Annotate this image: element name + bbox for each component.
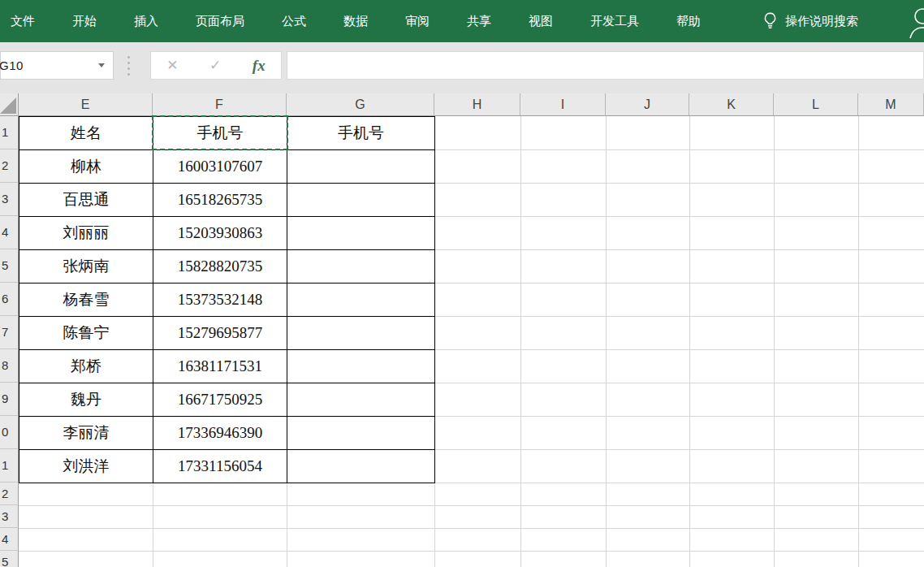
cell-G9[interactable] [287,383,435,417]
tab-view[interactable]: 视图 [529,14,553,29]
cell-E11[interactable]: 刘洪洋 [19,450,153,483]
tell-me-search-label: 操作说明搜索 [785,14,858,29]
cell-E5[interactable]: 张炳南 [19,250,153,284]
tab-page-layout[interactable]: 页面布局 [196,14,244,29]
formula-bar-resize-handle[interactable] [127,56,130,79]
row-header-6[interactable]: 6 [0,283,19,316]
cell-F10[interactable]: 17336946390 [153,417,287,450]
cell-E4[interactable]: 刘丽丽 [19,217,153,250]
column-header-J[interactable]: J [606,93,689,116]
tab-formulas[interactable]: 公式 [282,14,306,29]
ribbon-tab-bar: 文件 开始 插入 页面布局 公式 数据 审阅 共享 视图 开发工具 帮助 操作说… [0,0,924,42]
formula-buttons: ✕ ✓ fx [150,51,282,80]
cell-E8[interactable]: 郑桥 [19,350,153,383]
cell-G2[interactable] [287,150,435,184]
cell-F8[interactable]: 16381171531 [153,350,287,383]
gridline [606,116,607,567]
cell-F7[interactable]: 15279695877 [153,317,287,350]
row-header-5[interactable]: 5 [0,249,19,283]
cell-E1[interactable]: 姓名 [19,117,153,150]
cell-G4[interactable] [287,217,435,250]
gridline [858,116,859,567]
row-header-4[interactable]: 4 [0,216,19,249]
gridline [520,116,521,567]
sheet-top-band [0,80,924,93]
tab-data[interactable]: 数据 [343,14,368,29]
row-header-10[interactable]: 0 [0,416,19,449]
cell-E3[interactable]: 百思通 [19,184,153,217]
tab-share[interactable]: 共享 [467,14,491,29]
row-header-2[interactable]: 2 [0,149,19,183]
column-header-I[interactable]: I [520,93,606,116]
column-header-E[interactable]: E [19,93,153,116]
row-header-1[interactable]: 1 [0,116,19,149]
cell-G1[interactable]: 手机号 [287,117,435,150]
cell-F4[interactable]: 15203930863 [153,217,287,250]
cell-F3[interactable]: 16518265735 [153,184,287,217]
row-header-14[interactable]: 4 [0,528,19,551]
account-icon[interactable] [906,4,924,43]
column-header-F[interactable]: F [153,93,287,116]
cell-E2[interactable]: 柳林 [19,150,153,184]
cell-G3[interactable] [287,184,435,217]
cell-F5[interactable]: 15828820735 [153,250,287,284]
cell-G10[interactable] [287,417,435,450]
column-header-M[interactable]: M [858,93,924,116]
cancel-icon[interactable]: ✕ [166,57,178,74]
lightbulb-icon [762,11,778,32]
cell-F6[interactable]: 15373532148 [153,284,287,317]
row-header-12[interactable]: 2 [0,483,19,505]
cell-F11[interactable]: 17331156054 [153,450,287,483]
name-box-value: G10 [0,58,24,72]
cell-E7[interactable]: 陈鲁宁 [19,317,153,350]
select-all-button[interactable] [0,93,19,116]
cell-G11[interactable] [287,450,435,483]
cell-E9[interactable]: 魏丹 [19,383,153,417]
cell-G5[interactable] [287,250,435,284]
tab-developer[interactable]: 开发工具 [590,14,639,29]
cell-G6[interactable] [287,284,435,317]
enter-icon[interactable]: ✓ [209,57,221,74]
tab-file[interactable]: 文件 [11,14,35,29]
gridline [19,551,924,552]
row-header-13[interactable]: 3 [0,505,19,528]
column-header-H[interactable]: H [434,93,520,116]
select-all-triangle-icon [0,97,16,114]
gridline [19,505,924,506]
name-box-dropdown-icon[interactable] [98,63,105,67]
row-header-8[interactable]: 8 [0,349,19,383]
cell-E6[interactable]: 杨春雪 [19,284,153,317]
column-header-G[interactable]: G [287,93,434,116]
row-header-11[interactable]: 1 [0,449,19,483]
tab-help[interactable]: 帮助 [676,14,701,29]
column-header-K[interactable]: K [689,93,774,116]
gridline [689,116,690,567]
tell-me-search[interactable]: 操作说明搜索 [762,11,858,32]
gridline [19,528,924,529]
gridline [774,116,775,567]
column-header-L[interactable]: L [774,93,858,116]
row-header-3[interactable]: 3 [0,183,19,216]
excel-window: 文件 开始 插入 页面布局 公式 数据 审阅 共享 视图 开发工具 帮助 操作说… [0,0,924,567]
cell-G8[interactable] [287,350,435,383]
row-header-9[interactable]: 9 [0,383,19,416]
tab-home[interactable]: 开始 [72,14,97,29]
formula-input[interactable] [287,51,924,80]
cell-F9[interactable]: 16671750925 [153,383,287,417]
tab-insert[interactable]: 插入 [134,14,158,29]
name-box[interactable]: G10 [0,51,114,80]
row-header-15[interactable]: 5 [0,551,19,567]
cell-E10[interactable]: 李丽清 [19,417,153,450]
cell-F2[interactable]: 16003107607 [153,150,287,184]
cell-G7[interactable] [287,317,435,350]
data-table: 姓名 手机号 手机号 柳林 16003107607 百思通 1651826573… [19,116,435,483]
insert-function-icon[interactable]: fx [253,57,266,75]
row-header-7[interactable]: 7 [0,316,19,349]
tab-review[interactable]: 审阅 [405,14,430,29]
cell-F1[interactable]: 手机号 [153,117,287,150]
